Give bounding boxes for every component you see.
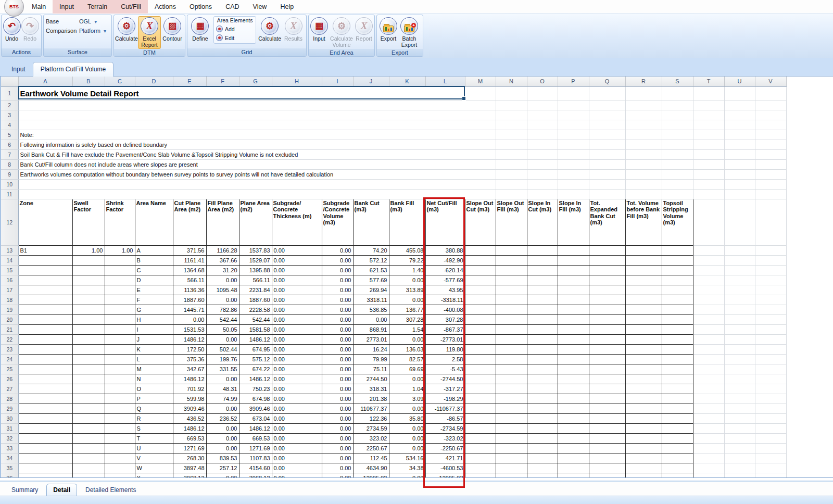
empty-cell[interactable] [755,324,786,334]
table-data-cell[interactable]: 1364.68 [173,265,206,275]
table-data-cell[interactable]: 74.99 [206,394,239,404]
empty-cell[interactable] [465,149,496,159]
table-data-cell[interactable]: 0.00 [173,314,206,324]
empty-cell[interactable] [755,453,786,463]
empty-cell[interactable] [755,364,786,374]
empty-cell[interactable] [496,100,527,110]
row-header-8[interactable]: 8 [1,159,18,169]
table-data-cell[interactable]: 0.00 [322,404,353,413]
empty-cell[interactable] [693,100,724,110]
table-data-cell[interactable] [18,285,72,295]
table-data-cell[interactable] [662,314,693,324]
table-data-cell[interactable]: 0.00 [389,443,425,453]
table-data-cell[interactable]: 75.11 [353,364,389,374]
table-header-cell[interactable]: Slope In Cut (m3) [527,199,558,245]
empty-cell[interactable] [496,86,527,100]
row-header-7[interactable]: 7 [1,149,18,159]
table-data-cell[interactable]: 669.53 [173,433,206,443]
table-data-cell[interactable]: -620.14 [425,265,465,275]
empty-cell[interactable] [496,179,527,189]
empty-cell[interactable] [625,140,662,149]
row-header-9[interactable]: 9 [1,169,18,179]
table-data-cell[interactable] [18,374,72,384]
empty-cell[interactable] [693,463,724,473]
table-data-cell[interactable] [625,275,662,285]
table-data-cell[interactable]: 3909.46 [173,404,206,413]
empty-cell[interactable] [724,110,755,120]
empty-cell[interactable] [755,149,786,159]
table-header-cell[interactable]: Fill Plane Area (m2) [206,199,239,245]
table-data-cell[interactable] [105,384,135,394]
table-data-cell[interactable] [72,344,105,354]
table-data-cell[interactable]: R [135,413,173,423]
empty-cell[interactable] [724,394,755,404]
empty-cell[interactable] [527,86,558,100]
table-data-cell[interactable]: 1271.69 [239,443,272,453]
column-header-D[interactable]: D [135,77,173,86]
empty-cell[interactable] [558,110,589,120]
column-header-N[interactable]: N [496,77,527,86]
table-data-cell[interactable]: 0.00 [322,275,353,285]
row-header-17[interactable]: 17 [1,285,18,295]
dtm-calculate-button[interactable]: ⚙ Calculate [115,16,138,43]
empty-cell[interactable] [693,169,724,179]
table-header-cell[interactable]: Topsoil Stripping Volume (m3) [662,199,693,245]
empty-cell[interactable] [527,140,558,149]
table-data-cell[interactable] [527,463,558,473]
doc-tab-input[interactable]: Input [4,62,33,76]
table-data-cell[interactable] [558,275,589,285]
table-data-cell[interactable]: 0.00 [272,245,322,255]
empty-cell[interactable] [589,169,625,179]
empty-cell[interactable] [755,305,786,314]
empty-cell[interactable] [625,149,662,159]
table-data-cell[interactable] [496,314,527,324]
table-header-cell[interactable]: Slope Out Cut (m3) [465,199,496,245]
table-data-cell[interactable]: 542.44 [239,314,272,324]
table-data-cell[interactable] [527,324,558,334]
empty-cell[interactable] [755,140,786,149]
table-header-cell[interactable]: Slope In Fill (m3) [558,199,589,245]
table-data-cell[interactable] [625,354,662,364]
empty-cell[interactable] [527,100,558,110]
table-data-cell[interactable] [662,463,693,473]
table-data-cell[interactable]: 1136.36 [173,285,206,295]
empty-cell[interactable] [18,189,465,199]
table-data-cell[interactable]: 318.31 [353,384,389,394]
empty-cell[interactable] [558,86,589,100]
table-data-cell[interactable]: 502.44 [206,344,239,354]
empty-cell[interactable] [724,413,755,423]
table-data-cell[interactable] [662,453,693,463]
empty-cell[interactable] [625,189,662,199]
table-data-cell[interactable] [105,394,135,404]
empty-cell[interactable] [558,159,589,169]
empty-cell[interactable] [693,159,724,169]
table-data-cell[interactable]: A [135,245,173,255]
empty-cell[interactable] [693,334,724,344]
table-data-cell[interactable] [527,404,558,413]
column-header-A[interactable]: A [18,77,72,86]
empty-cell[interactable] [755,413,786,423]
table-data-cell[interactable] [18,394,72,404]
note-label-cell[interactable]: Note: [18,130,465,140]
table-data-cell[interactable]: 50.05 [206,324,239,334]
empty-cell[interactable] [625,159,662,169]
table-data-cell[interactable]: 1887.60 [173,295,206,305]
column-header-E[interactable]: E [173,77,206,86]
table-data-cell[interactable]: 342.67 [173,364,206,374]
table-data-cell[interactable]: 0.00 [322,354,353,364]
table-data-cell[interactable]: -86.57 [425,413,465,423]
empty-cell[interactable] [589,130,625,140]
base-surface-select[interactable]: OGL ▾ [79,18,97,24]
empty-cell[interactable] [755,169,786,179]
table-data-cell[interactable] [105,314,135,324]
table-data-cell[interactable]: 534.16 [389,453,425,463]
empty-cell[interactable] [625,169,662,179]
table-data-cell[interactable]: 669.53 [239,433,272,443]
table-data-cell[interactable] [465,314,496,324]
table-data-cell[interactable]: 0.00 [272,334,322,344]
empty-cell[interactable] [724,364,755,374]
table-data-cell[interactable] [527,255,558,265]
row-header-2[interactable]: 2 [1,100,18,110]
table-data-cell[interactable]: V [135,453,173,463]
table-data-cell[interactable]: 2734.59 [353,423,389,433]
